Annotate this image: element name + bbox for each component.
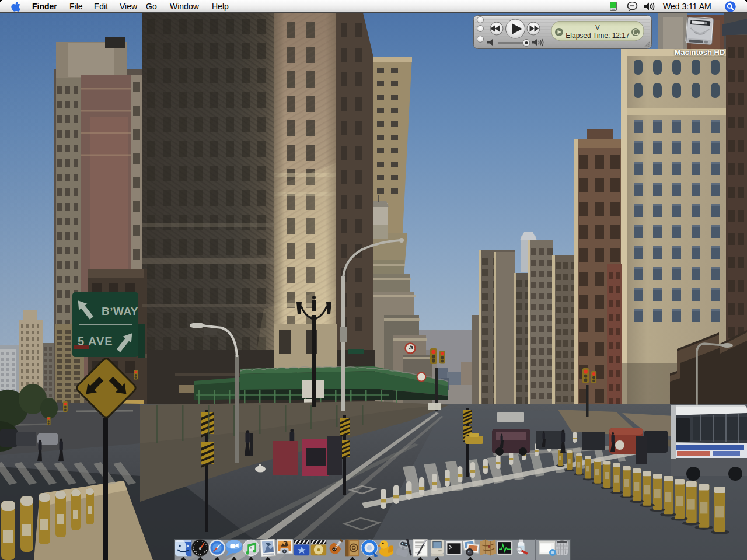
svg-text:V: V [595,24,600,31]
svg-text:Elapsed Time: 12:17: Elapsed Time: 12:17 [566,32,630,40]
svg-text:BʼWAY: BʼWAY [102,305,138,317]
